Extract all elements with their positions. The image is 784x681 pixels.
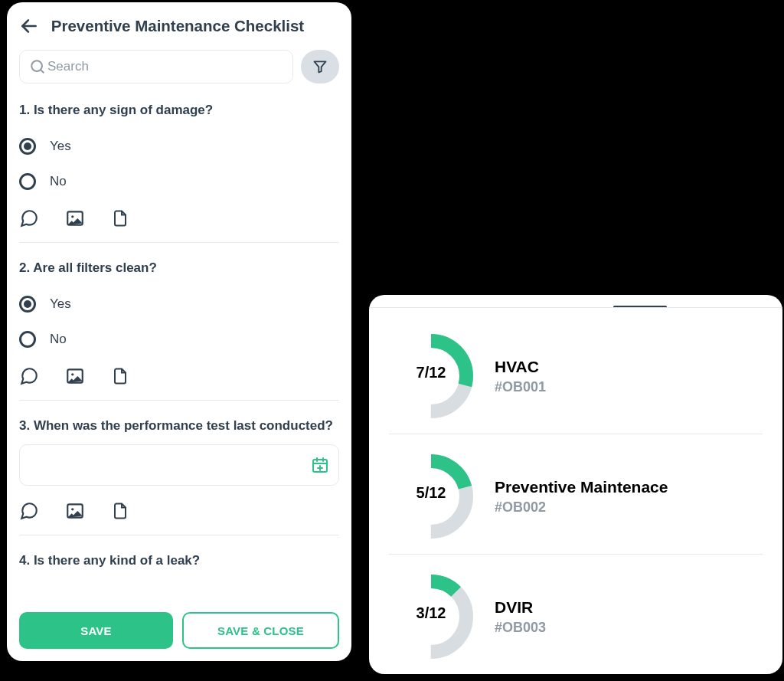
radio-option-yes[interactable]: Yes — [19, 296, 339, 313]
tab-safety[interactable]: Safety — [694, 295, 753, 307]
radio-option-no[interactable]: No — [19, 173, 339, 190]
image-icon[interactable] — [65, 501, 85, 521]
question-2: 2. Are all filters clean? Yes No — [19, 246, 339, 404]
filter-icon — [312, 59, 328, 74]
file-icon[interactable] — [111, 366, 129, 386]
comment-icon[interactable] — [19, 501, 39, 521]
radio-icon — [19, 173, 36, 190]
form-code: #OB003 — [495, 620, 546, 636]
radio-option-yes[interactable]: Yes — [19, 138, 339, 155]
form-item[interactable]: 5/12 Preventive Maintenace #OB002 — [389, 434, 763, 554]
question-1: 1. Is there any sign of damage? Yes No — [19, 88, 339, 246]
question-title: 4. Is there any kind of a leak? — [19, 552, 339, 570]
progress-gauge: 7/12 — [389, 334, 473, 418]
svg-point-7 — [71, 373, 74, 375]
form-name: Preventive Maintenace — [495, 478, 668, 496]
file-icon[interactable] — [111, 208, 129, 228]
date-input[interactable] — [19, 444, 339, 486]
gauge-value: 5/12 — [389, 454, 473, 539]
image-icon[interactable] — [65, 366, 85, 386]
search-icon — [29, 58, 46, 75]
svg-line-2 — [41, 70, 44, 73]
radio-icon — [19, 331, 36, 348]
svg-point-1 — [31, 61, 42, 71]
svg-point-15 — [71, 508, 74, 510]
save-button[interactable]: SAVE — [19, 612, 173, 649]
checklist-screen: Preventive Maintenance Checklist 1. Is t… — [7, 2, 351, 661]
form-code: #OB001 — [495, 379, 546, 395]
search-input[interactable] — [46, 58, 283, 75]
radio-icon — [19, 138, 36, 155]
option-label: No — [50, 332, 67, 347]
search-input-wrapper[interactable] — [19, 50, 293, 83]
image-icon[interactable] — [65, 208, 85, 228]
form-name: HVAC — [495, 358, 546, 376]
tab-related-entities-partial[interactable]: ted Entities — [369, 295, 436, 307]
comment-icon[interactable] — [19, 208, 39, 228]
option-label: Yes — [50, 296, 71, 312]
option-label: No — [50, 174, 67, 189]
progress-gauge: 3/12 — [389, 575, 473, 659]
calendar-plus-icon — [311, 456, 329, 474]
radio-option-no[interactable]: No — [19, 331, 339, 348]
tab-related-entities[interactable]: Related Entities — [461, 295, 586, 307]
question-title: 2. Are all filters clean? — [19, 260, 339, 277]
svg-marker-3 — [315, 61, 326, 72]
file-icon[interactable] — [111, 501, 129, 521]
back-icon[interactable] — [19, 16, 44, 36]
question-3: 3. When was the performance test last co… — [19, 404, 339, 539]
form-item[interactable]: 3/12 DVIR #OB003 — [389, 554, 763, 674]
gauge-value: 3/12 — [389, 575, 473, 659]
question-4: 4. Is there any kind of a leak? — [19, 539, 339, 570]
tabs: ted Entities Related Entities Forms Safe… — [369, 295, 782, 308]
radio-icon — [19, 296, 36, 313]
forms-screen: ted Entities Related Entities Forms Safe… — [369, 295, 782, 674]
option-label: Yes — [50, 139, 71, 154]
question-title: 1. Is there any sign of damage? — [19, 102, 339, 120]
svg-point-5 — [71, 215, 74, 218]
form-item[interactable]: 7/12 HVAC #OB001 — [389, 314, 763, 434]
save-close-button[interactable]: SAVE & CLOSE — [182, 612, 339, 649]
form-name: DVIR — [495, 598, 546, 617]
filter-button[interactable] — [301, 50, 339, 83]
page-title: Preventive Maintenance Checklist — [44, 17, 312, 35]
form-code: #OB002 — [495, 499, 668, 516]
progress-gauge: 5/12 — [389, 454, 473, 539]
tab-forms[interactable]: Forms — [610, 295, 670, 307]
question-title: 3. When was the performance test last co… — [19, 417, 339, 435]
gauge-value: 7/12 — [389, 334, 473, 418]
comment-icon[interactable] — [19, 366, 39, 386]
